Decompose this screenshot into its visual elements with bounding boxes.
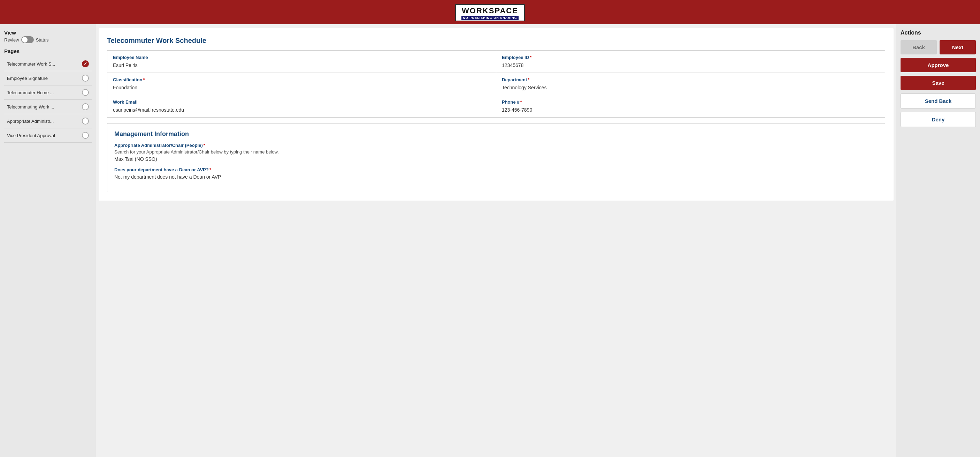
actions-panel: Actions Back Next Approve Save Send Back…	[896, 24, 980, 457]
classification-value: Foundation	[113, 85, 137, 90]
classification-label: Classification*	[113, 77, 490, 82]
review-toggle[interactable]	[21, 36, 34, 43]
logo-title: WORKSPACE	[461, 6, 519, 15]
dean-label: Does your department have a Dean or AVP?…	[114, 167, 878, 173]
sidebar-item-telecommuter-work[interactable]: Telecommuter Work S...	[4, 57, 92, 71]
sidebar-item-label-0: Telecommuter Work S...	[7, 61, 82, 67]
page-radio-3	[82, 103, 89, 110]
actions-title: Actions	[900, 30, 976, 36]
next-button[interactable]: Next	[940, 40, 976, 54]
work-email-value: esuripeiris@mail.fresnostate.edu	[113, 107, 184, 113]
management-section: Management Information Appropriate Admin…	[107, 123, 885, 192]
view-section: View Review Status	[4, 30, 92, 43]
approve-button[interactable]: Approve	[900, 58, 976, 72]
employee-name-value: Esuri Peiris	[113, 62, 138, 68]
header: WORKSPACE NO PUBLISHING OR SHARING	[0, 0, 980, 24]
sidebar-item-label-4: Appropriate Administr...	[7, 118, 82, 124]
admin-hint: Search for your Appropriate Administrato…	[114, 149, 878, 155]
cell-phone: Phone #* 123-456-7890	[496, 95, 885, 117]
logo-subtitle: NO PUBLISHING OR SHARING	[461, 16, 519, 20]
pages-label: Pages	[4, 48, 92, 54]
page-radio-4	[82, 118, 89, 125]
form-section-title: Telecommuter Work Schedule	[107, 37, 885, 45]
employee-id-value: 12345678	[502, 62, 523, 68]
sidebar-item-vp-approval[interactable]: Vice President Approval	[4, 128, 92, 143]
back-button[interactable]: Back	[900, 40, 937, 54]
phone-value: 123-456-7890	[502, 107, 532, 113]
employee-id-label: Employee ID*	[502, 55, 879, 60]
page-radio-0	[82, 60, 89, 67]
deny-button[interactable]: Deny	[900, 112, 976, 127]
status-label: Status	[36, 37, 49, 43]
sidebar-item-label-3: Telecommuting Work ...	[7, 104, 82, 110]
page-radio-2	[82, 89, 89, 96]
department-value: Technology Services	[502, 85, 546, 90]
sidebar-item-label-1: Employee Signature	[7, 76, 82, 81]
form-row-name-id: Employee Name Esuri Peiris Employee ID* …	[107, 51, 885, 73]
cell-employee-name: Employee Name Esuri Peiris	[107, 51, 496, 73]
admin-label: Appropriate Administrator/Chair (People)…	[114, 143, 878, 148]
cell-employee-id: Employee ID* 12345678	[496, 51, 885, 73]
form-container: Telecommuter Work Schedule Employee Name…	[99, 28, 894, 201]
main-layout: View Review Status Pages Telecommuter Wo…	[0, 24, 980, 457]
form-row-email-phone: Work Email esuripeiris@mail.fresnostate.…	[107, 95, 885, 117]
cell-department: Department* Technology Services	[496, 73, 885, 95]
send-back-button[interactable]: Send Back	[900, 93, 976, 109]
review-toggle-row: Review Status	[4, 36, 92, 43]
page-radio-1	[82, 75, 89, 81]
view-label: View	[4, 30, 92, 35]
back-next-row: Back Next	[900, 40, 976, 54]
page-radio-5	[82, 132, 89, 139]
sidebar-item-label-5: Vice President Approval	[7, 133, 82, 138]
admin-value: Max Tsai (NO SSO)	[114, 156, 157, 162]
workspace-logo: WORKSPACE NO PUBLISHING OR SHARING	[455, 4, 525, 21]
content-area: Telecommuter Work Schedule Employee Name…	[96, 24, 896, 457]
employee-id-required: *	[530, 55, 531, 60]
phone-label: Phone #*	[502, 99, 879, 105]
sidebar-item-label-2: Telecommuter Home ...	[7, 90, 82, 95]
dean-value: No, my department does not have a Dean o…	[114, 174, 221, 180]
employee-name-label: Employee Name	[113, 55, 490, 60]
cell-classification: Classification* Foundation	[107, 73, 496, 95]
mgmt-field-admin: Appropriate Administrator/Chair (People)…	[114, 143, 878, 162]
save-button[interactable]: Save	[900, 76, 976, 90]
sidebar: View Review Status Pages Telecommuter Wo…	[0, 24, 96, 457]
department-label: Department*	[502, 77, 879, 82]
sidebar-item-employee-signature[interactable]: Employee Signature	[4, 71, 92, 85]
mgmt-field-dean: Does your department have a Dean or AVP?…	[114, 167, 878, 180]
cell-work-email: Work Email esuripeiris@mail.fresnostate.…	[107, 95, 496, 117]
sidebar-item-appropriate-admin[interactable]: Appropriate Administr...	[4, 114, 92, 128]
employee-info-grid: Employee Name Esuri Peiris Employee ID* …	[107, 50, 885, 118]
work-email-label: Work Email	[113, 99, 490, 105]
sidebar-item-telecommuting-work[interactable]: Telecommuting Work ...	[4, 100, 92, 114]
mgmt-section-title: Management Information	[114, 131, 878, 138]
review-label: Review	[4, 37, 19, 43]
form-row-class-dept: Classification* Foundation Department* T…	[107, 73, 885, 95]
sidebar-item-telecommuter-home[interactable]: Telecommuter Home ...	[4, 85, 92, 100]
